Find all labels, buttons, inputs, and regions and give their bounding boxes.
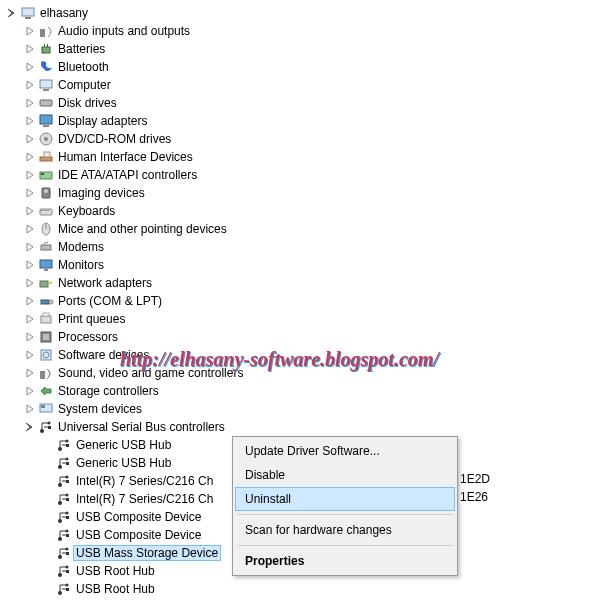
menu-scan-hardware[interactable]: Scan for hardware changes <box>235 518 455 542</box>
expand-icon[interactable] <box>24 151 36 163</box>
category-node[interactable]: System devices <box>6 400 595 418</box>
usb-controllers-category[interactable]: Universal Serial Bus controllers <box>6 418 595 436</box>
svg-rect-5 <box>47 44 48 47</box>
category-node[interactable]: Keyboards <box>6 202 595 220</box>
svg-point-32 <box>49 300 53 304</box>
device-category-icon <box>38 149 54 165</box>
svg-rect-30 <box>48 282 52 284</box>
expand-icon[interactable] <box>24 205 36 217</box>
collapse-icon[interactable] <box>24 421 36 433</box>
expand-icon[interactable] <box>24 115 36 127</box>
usb-icon <box>56 545 72 561</box>
menu-properties[interactable]: Properties <box>235 549 455 573</box>
category-node[interactable]: Bluetooth <box>6 58 595 76</box>
category-node[interactable]: Batteries <box>6 40 595 58</box>
context-menu: Update Driver Software... Disable Uninst… <box>232 436 458 576</box>
svg-rect-14 <box>40 157 52 161</box>
expand-icon[interactable] <box>24 313 36 325</box>
category-node[interactable]: IDE ATA/ATAPI controllers <box>6 166 595 184</box>
svg-rect-41 <box>41 405 45 408</box>
collapse-icon[interactable] <box>6 7 18 19</box>
device-category-icon <box>38 203 54 219</box>
category-label: Audio inputs and outputs <box>58 24 190 38</box>
device-category-icon <box>38 167 54 183</box>
usb-icon <box>56 437 72 453</box>
device-label: USB Composite Device <box>76 510 201 524</box>
category-node[interactable]: DVD/CD-ROM drives <box>6 130 595 148</box>
menu-uninstall[interactable]: Uninstall <box>235 487 455 511</box>
category-node[interactable]: Monitors <box>6 256 595 274</box>
category-node[interactable]: Imaging devices <box>6 184 595 202</box>
device-category-icon <box>38 329 54 345</box>
usb-icon <box>56 563 72 579</box>
device-category-icon <box>38 41 54 57</box>
expand-icon[interactable] <box>24 61 36 73</box>
device-label: USB Composite Device <box>76 528 201 542</box>
svg-rect-31 <box>41 300 49 304</box>
category-node[interactable]: Storage controllers <box>6 382 595 400</box>
device-category-icon <box>38 221 54 237</box>
expand-icon[interactable] <box>24 97 36 109</box>
expand-icon[interactable] <box>24 79 36 91</box>
expand-icon[interactable] <box>24 277 36 289</box>
svg-point-70 <box>66 584 69 587</box>
svg-rect-53 <box>66 480 69 483</box>
svg-rect-0 <box>22 8 34 16</box>
expand-icon[interactable] <box>24 331 36 343</box>
svg-rect-11 <box>43 125 49 127</box>
expand-icon[interactable] <box>24 25 36 37</box>
svg-rect-34 <box>43 313 49 316</box>
root-node[interactable]: elhasany <box>6 4 595 22</box>
device-category-icon <box>38 257 54 273</box>
category-node[interactable]: Sound, video and game controllers <box>6 364 595 382</box>
expand-icon[interactable] <box>24 133 36 145</box>
category-node[interactable]: Network adapters <box>6 274 595 292</box>
category-node[interactable]: Disk drives <box>6 94 595 112</box>
category-node[interactable]: Computer <box>6 76 595 94</box>
svg-point-58 <box>66 512 69 515</box>
usb-icon <box>56 473 72 489</box>
category-node[interactable]: Ports (COM & LPT) <box>6 292 595 310</box>
category-label: Storage controllers <box>58 384 159 398</box>
svg-rect-47 <box>66 444 69 447</box>
expand-icon[interactable] <box>24 43 36 55</box>
expand-icon[interactable] <box>24 169 36 181</box>
device-category-icon <box>38 293 54 309</box>
expand-icon[interactable] <box>24 403 36 415</box>
expand-icon[interactable] <box>24 187 36 199</box>
svg-point-19 <box>44 189 48 193</box>
category-node[interactable]: Print queues <box>6 310 595 328</box>
device-category-icon <box>38 95 54 111</box>
expand-icon[interactable] <box>24 349 36 361</box>
svg-rect-56 <box>66 498 69 501</box>
svg-rect-1 <box>25 17 31 19</box>
menu-disable[interactable]: Disable <box>235 463 455 487</box>
expand-icon[interactable] <box>24 223 36 235</box>
category-label: Batteries <box>58 42 105 56</box>
category-node[interactable]: Processors <box>6 328 595 346</box>
device-category-icon <box>38 401 54 417</box>
device-category-icon <box>38 239 54 255</box>
category-node[interactable]: Human Interface Devices <box>6 148 595 166</box>
menu-update-driver[interactable]: Update Driver Software... <box>235 439 455 463</box>
category-node[interactable]: Modems <box>6 238 595 256</box>
usb-icon <box>56 527 72 543</box>
expand-icon[interactable] <box>24 259 36 271</box>
expand-icon[interactable] <box>24 241 36 253</box>
svg-point-64 <box>66 548 69 551</box>
svg-rect-71 <box>66 588 69 591</box>
category-node[interactable]: Audio inputs and outputs <box>6 22 595 40</box>
usb-device-node[interactable]: USB Root Hub <box>6 580 595 598</box>
svg-rect-39 <box>40 371 45 379</box>
category-node[interactable]: Software devices <box>6 346 595 364</box>
expand-icon[interactable] <box>24 367 36 379</box>
expand-icon[interactable] <box>24 295 36 307</box>
device-label: Intel(R) 7 Series/C216 Ch <box>76 492 213 506</box>
svg-point-55 <box>66 494 69 497</box>
expand-icon[interactable] <box>24 385 36 397</box>
category-node[interactable]: Mice and other pointing devices <box>6 220 595 238</box>
category-label: Bluetooth <box>58 60 109 74</box>
usb-icon <box>56 581 72 597</box>
category-node[interactable]: Display adapters <box>6 112 595 130</box>
svg-rect-65 <box>66 552 69 555</box>
